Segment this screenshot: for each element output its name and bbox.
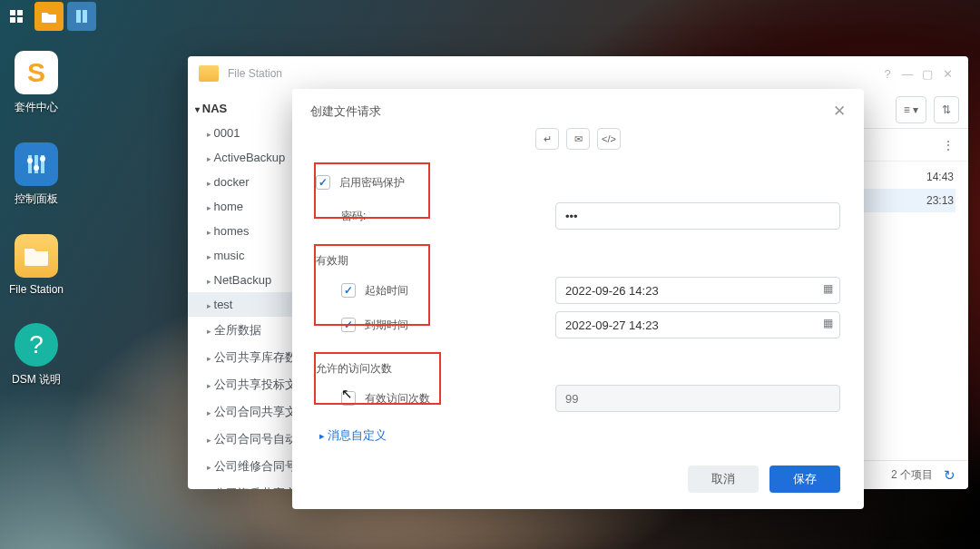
taskbar-filestation-icon[interactable] [34, 2, 64, 31]
dialog-title: 创建文件请求 [310, 103, 381, 120]
more-icon[interactable]: ⋮ [943, 139, 954, 152]
desktop-icon-file-station[interactable]: File Station [7, 234, 65, 296]
tree-node-selected[interactable]: test [188, 292, 293, 317]
svg-rect-2 [10, 17, 15, 23]
folder-icon [199, 65, 219, 82]
calendar-icon[interactable]: ▦ [823, 317, 833, 329]
desktop-icon-label: 控制面板 [7, 191, 65, 207]
svg-rect-0 [10, 10, 15, 15]
svg-rect-1 [17, 10, 23, 15]
visits-checkbox[interactable] [341, 391, 356, 406]
close-icon[interactable]: ✕ [937, 67, 957, 81]
svg-rect-5 [83, 10, 87, 23]
svg-point-10 [34, 165, 39, 171]
help-icon[interactable]: ? [877, 67, 897, 81]
tree-node[interactable]: 公司共享投标文 [188, 371, 293, 398]
tree-node[interactable]: homes [188, 219, 293, 243]
desktop-icon-label: File Station [7, 283, 65, 296]
tree-node[interactable]: 公司合同号自动 [188, 426, 293, 453]
desktop-icons: S 套件中心 控制面板 File Station ? DSM 说明 [7, 51, 65, 387]
dialog-close-icon[interactable]: ✕ [833, 102, 846, 121]
mode-icon-3[interactable]: </> [597, 128, 621, 150]
desktop-icon-label: DSM 说明 [7, 372, 65, 387]
tree-node[interactable]: 全所数据 [188, 317, 293, 344]
svg-point-11 [40, 156, 45, 162]
visits-title: 允许的访问次数 [316, 359, 840, 384]
tree-root[interactable]: NAS [188, 96, 293, 121]
tree-node[interactable]: 公司维修合同号 [188, 453, 293, 480]
enable-password-label: 启用密码保护 [339, 175, 405, 191]
sort-button[interactable]: ⇅ [934, 96, 959, 123]
password-field-label: 密码: [341, 210, 366, 222]
tree-node[interactable]: 公司资质共享文 [188, 480, 293, 489]
visits-input [555, 385, 840, 412]
calendar-icon[interactable]: ▦ [823, 282, 833, 295]
end-time-label: 到期时间 [365, 318, 408, 333]
start-time-label: 起始时间 [365, 283, 408, 299]
refresh-icon[interactable]: ↻ [944, 467, 956, 484]
svg-rect-4 [76, 10, 81, 23]
window-titlebar: File Station ? — ▢ ✕ [188, 56, 968, 91]
folder-tree: NAS 0001 ActiveBackup docker home homes … [188, 91, 293, 489]
dialog-mode-icons: ↵ ✉ </> [292, 126, 864, 157]
desktop-icon-package-center[interactable]: S 套件中心 [7, 51, 65, 115]
tree-node[interactable]: ActiveBackup [188, 145, 293, 170]
mode-icon-1[interactable]: ↵ [535, 128, 559, 150]
window-title: File Station [228, 67, 282, 80]
end-time-input[interactable] [555, 311, 840, 338]
visits-section: 允许的访问次数 有效访问次数 [316, 352, 840, 420]
validity-title: 有效期 [316, 251, 840, 276]
tree-node[interactable]: docker [188, 170, 293, 194]
desktop-icon-dsm-help[interactable]: ? DSM 说明 [7, 323, 65, 387]
enable-password-checkbox[interactable] [316, 175, 330, 190]
maximize-icon[interactable]: ▢ [917, 67, 937, 81]
desktop-icon-label: 套件中心 [7, 100, 65, 115]
svg-point-9 [27, 158, 33, 163]
validity-section: 有效期 起始时间 ▦ 到期时间 ▦ [316, 244, 840, 347]
password-input[interactable] [555, 202, 840, 230]
mode-icon-2[interactable]: ✉ [566, 128, 590, 150]
view-list-button[interactable]: ≡ ▾ [896, 96, 926, 123]
message-customize-expander[interactable]: 消息自定义 [316, 420, 840, 447]
tree-node[interactable]: home [188, 194, 293, 219]
save-button[interactable]: 保存 [769, 466, 840, 493]
tree-node[interactable]: 公司合同共享文 [188, 398, 293, 426]
taskbar [0, 0, 98, 33]
dialog-actions: 取消 保存 [292, 456, 864, 493]
end-time-checkbox[interactable] [341, 318, 356, 332]
item-count: 2 个项目 [891, 467, 933, 483]
tree-node[interactable]: 0001 [188, 121, 293, 145]
start-time-checkbox[interactable] [341, 283, 356, 298]
tree-node[interactable]: NetBackup [188, 268, 293, 292]
tree-node[interactable]: music [188, 243, 293, 268]
tree-node[interactable]: 公司共享库存数 [188, 344, 293, 371]
taskbar-apps-icon[interactable] [2, 2, 31, 31]
start-time-input[interactable] [555, 277, 840, 304]
create-file-request-dialog: 创建文件请求 ✕ ↵ ✉ </> 启用密码保护 密码: 有效期 [292, 89, 864, 509]
desktop-icon-control-panel[interactable]: 控制面板 [7, 142, 65, 207]
password-section: 启用密码保护 密码: [316, 161, 840, 237]
minimize-icon[interactable]: — [897, 67, 917, 81]
visits-label: 有效访问次数 [365, 391, 430, 407]
cancel-button[interactable]: 取消 [688, 466, 759, 493]
taskbar-other-icon[interactable] [67, 2, 96, 31]
svg-rect-3 [17, 17, 23, 23]
